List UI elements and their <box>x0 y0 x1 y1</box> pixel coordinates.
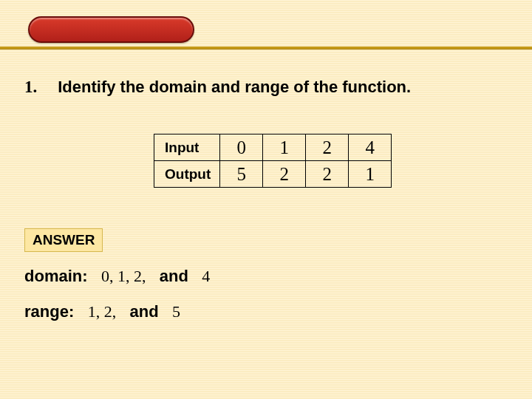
cell: 1 <box>263 134 306 161</box>
and-word: and <box>160 267 188 285</box>
row-header-output: Output <box>154 161 220 188</box>
range-values: 1, 2, <box>88 302 117 321</box>
row-header-input: Input <box>154 134 220 161</box>
cell: 2 <box>263 161 306 188</box>
answer-tag: ANSWER <box>24 228 103 252</box>
cell: 1 <box>349 161 392 188</box>
range-label: range: <box>24 302 74 321</box>
question-row: 1. Identify the domain and range of the … <box>24 78 508 97</box>
cell: 2 <box>306 161 349 188</box>
io-table: Input 0 1 2 4 Output 5 2 2 1 <box>154 134 392 188</box>
domain-values: 0, 1, 2, <box>101 267 146 285</box>
range-result: range: 1, 2, and 5 <box>24 302 508 321</box>
domain-result: domain: 0, 1, 2, and 4 <box>24 267 508 286</box>
io-table-wrap: Input 0 1 2 4 Output 5 2 2 1 <box>154 134 508 188</box>
domain-last: 4 <box>202 267 210 285</box>
table-row: Input 0 1 2 4 <box>154 134 392 161</box>
slide-content: 1. Identify the domain and range of the … <box>24 74 508 384</box>
range-last: 5 <box>172 302 180 321</box>
question-text: Identify the domain and range of the fun… <box>58 78 411 97</box>
table-row: Output 5 2 2 1 <box>154 161 392 188</box>
cell: 2 <box>306 134 349 161</box>
domain-label: domain: <box>24 267 88 285</box>
cell: 5 <box>220 161 263 188</box>
cell: 0 <box>220 134 263 161</box>
header-rule <box>0 47 532 49</box>
and-word: and <box>130 302 159 321</box>
question-number: 1. <box>24 78 37 97</box>
cell: 4 <box>349 134 392 161</box>
header-banner <box>28 16 194 43</box>
